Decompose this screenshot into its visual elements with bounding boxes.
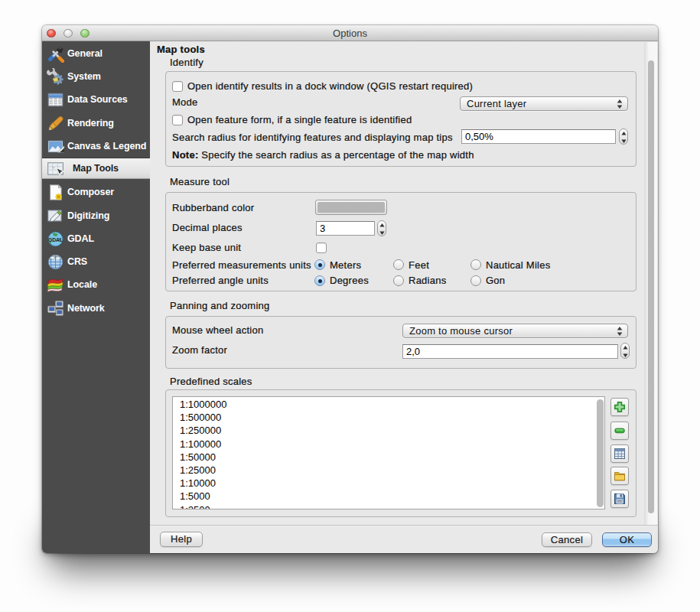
svg-text:GDAL: GDAL — [48, 236, 63, 242]
